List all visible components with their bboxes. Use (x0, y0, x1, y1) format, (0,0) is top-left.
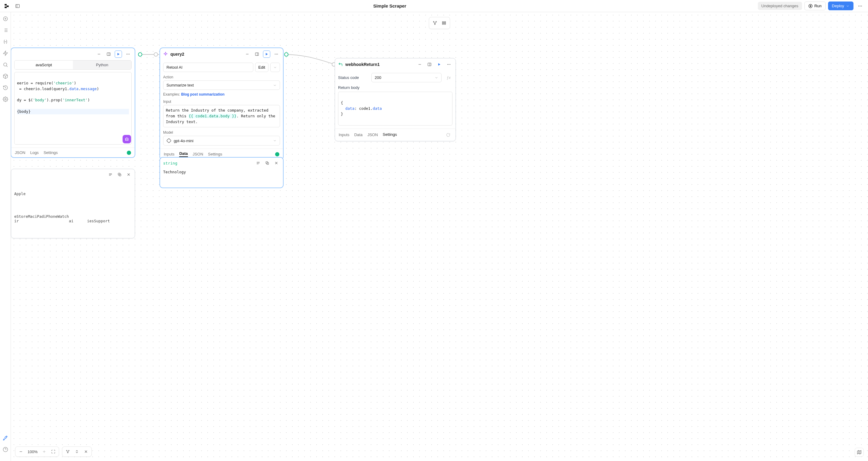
close-icon[interactable] (125, 171, 132, 178)
panel-toggle-icon[interactable] (13, 2, 22, 10)
workflow-canvas[interactable]: avaScript Python eerio = require('cheeri… (11, 12, 868, 461)
example-link[interactable]: Blog post summarization (181, 92, 224, 97)
zoom-in-icon[interactable] (40, 448, 48, 455)
resource-dropdown-icon[interactable] (270, 63, 280, 72)
package-icon[interactable] (2, 73, 8, 79)
openai-icon (166, 138, 171, 143)
function-icon[interactable] (2, 39, 8, 45)
return-body-editor[interactable]: { data: code1.data } (338, 92, 453, 126)
add-icon[interactable] (2, 16, 8, 22)
tab-inputs[interactable]: Inputs (339, 132, 349, 137)
edit-button[interactable]: Edit (255, 63, 269, 72)
layout-icon[interactable] (64, 448, 71, 455)
tab-settings[interactable]: Settings (43, 150, 58, 155)
run-button[interactable]: Run (804, 1, 826, 10)
language-tabs: avaScript Python (14, 60, 132, 70)
webhook-footer-tabs: Inputs Data JSON Settings (335, 129, 456, 141)
query2-node[interactable]: query2 Retool AI Edit (160, 48, 283, 160)
close-icon[interactable] (273, 159, 280, 167)
svg-point-5 (860, 5, 861, 6)
action-label: Action (163, 75, 280, 79)
svg-point-25 (435, 24, 435, 25)
tab-settings[interactable]: Settings (383, 132, 397, 137)
minimize-icon[interactable] (416, 61, 424, 68)
svg-point-53 (276, 54, 277, 55)
fx-toggle[interactable]: ƒx (444, 75, 453, 80)
svg-point-68 (450, 64, 451, 65)
code-footer-tabs: JSON Logs Settings (11, 147, 135, 157)
graph-view-icon[interactable] (431, 19, 439, 27)
list-icon[interactable] (2, 27, 8, 33)
rocket-icon[interactable] (2, 435, 8, 441)
play-icon[interactable] (115, 51, 122, 58)
tab-javascript[interactable]: avaScript (14, 61, 73, 69)
play-icon[interactable] (263, 51, 270, 58)
svg-point-52 (275, 54, 275, 55)
tab-json[interactable]: JSON (193, 152, 204, 156)
refresh-icon[interactable] (444, 131, 452, 138)
expand-icon[interactable] (105, 51, 112, 58)
status-code-select[interactable]: 200 (371, 73, 441, 82)
sort-icon[interactable] (73, 448, 81, 455)
undeployed-changes-badge[interactable]: Undeployed changes (758, 2, 802, 10)
tab-logs[interactable]: Logs (30, 150, 39, 155)
more-icon[interactable] (124, 51, 132, 58)
more-menu-icon[interactable] (856, 2, 864, 10)
code-output-text: Apple eStoreMaciPadiPhoneWatch ir ai ies… (11, 180, 135, 230)
more-icon[interactable] (445, 61, 453, 68)
tab-json[interactable]: JSON (367, 132, 378, 137)
more-icon[interactable] (273, 51, 280, 58)
tab-data[interactable]: Data (179, 151, 188, 157)
ai-assist-button[interactable] (123, 135, 131, 143)
resource-select[interactable]: Retool AI (163, 63, 253, 72)
svg-point-23 (433, 22, 434, 22)
code-editor[interactable]: eerio = require('cheerio') = cheerio.loa… (14, 72, 132, 144)
help-icon[interactable] (2, 447, 8, 453)
expand-icon[interactable] (253, 51, 260, 58)
code-node[interactable]: avaScript Python eerio = require('cheeri… (11, 48, 135, 158)
history-icon[interactable] (2, 85, 8, 91)
retool-logo[interactable] (4, 3, 10, 9)
list-view-icon[interactable] (440, 19, 448, 27)
wrap-icon[interactable] (107, 171, 114, 178)
model-label: Model (163, 130, 280, 135)
svg-point-66 (447, 64, 448, 65)
zoom-out-icon[interactable] (17, 448, 25, 455)
deploy-button[interactable]: Deploy (828, 1, 854, 10)
port-out-query2[interactable] (284, 52, 288, 57)
search-icon[interactable] (2, 62, 8, 68)
minimize-icon[interactable] (244, 51, 251, 58)
port-in-query2[interactable] (154, 52, 158, 57)
gear-icon[interactable] (2, 96, 8, 102)
tab-python[interactable]: Python (73, 61, 131, 69)
play-icon[interactable] (435, 61, 443, 68)
svg-rect-0 (16, 4, 19, 7)
fit-icon[interactable] (50, 448, 57, 455)
copy-icon[interactable] (264, 159, 271, 167)
input-editor[interactable]: Return the Industry of the company, extr… (163, 105, 280, 127)
model-select[interactable]: gpt-4o-mini (163, 136, 280, 145)
zoom-value: 100% (26, 450, 39, 454)
copy-icon[interactable] (116, 171, 123, 178)
run-button-label: Run (814, 4, 822, 8)
expand-icon[interactable] (426, 61, 433, 68)
svg-point-34 (126, 54, 127, 55)
tab-json[interactable]: JSON (15, 150, 25, 155)
svg-point-6 (861, 5, 862, 6)
zoom-controls: 100% (15, 447, 92, 457)
bolt-icon[interactable] (2, 50, 8, 56)
minimap-toggle[interactable] (855, 448, 864, 457)
minimize-icon[interactable] (95, 51, 102, 58)
code-output-panel: Apple eStoreMaciPadiPhoneWatch ir ai ies… (11, 169, 135, 238)
webhook-title: webhookReturn1 (345, 62, 380, 67)
action-select[interactable]: Summarize text (163, 80, 280, 90)
port-out-code1[interactable] (138, 52, 142, 57)
wrap-icon[interactable] (254, 159, 262, 167)
tab-settings[interactable]: Settings (208, 152, 222, 156)
close-panel-icon[interactable] (82, 448, 90, 455)
tab-inputs[interactable]: Inputs (164, 152, 174, 156)
sparkle-icon (163, 52, 168, 57)
tab-data[interactable]: Data (354, 132, 362, 137)
svg-point-20 (4, 99, 6, 100)
webhook-node[interactable]: webhookReturn1 Status code 200 ƒx (335, 58, 456, 141)
